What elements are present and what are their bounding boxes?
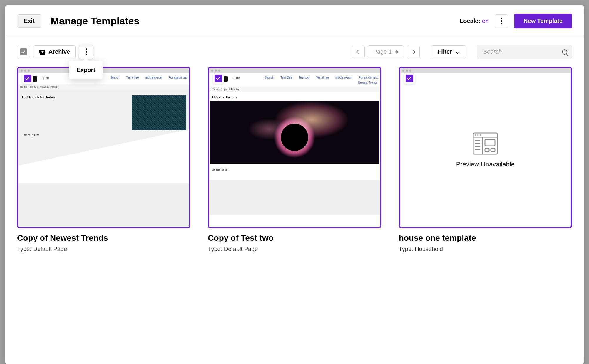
popover-export[interactable]: Export: [74, 67, 97, 73]
locale-value: en: [482, 18, 489, 24]
toolbar: Archive Export Page 1 Filter: [5, 36, 584, 64]
site-breadcrumb: Home » Copy of Test two: [209, 87, 380, 92]
kebab-icon: [86, 48, 87, 55]
site-footer: [209, 180, 380, 215]
browser-chrome-icon: [400, 68, 571, 73]
svg-rect-10: [485, 139, 495, 146]
template-preview[interactable]: ophe Search Test One Test two Test three…: [208, 67, 381, 228]
archive-button[interactable]: Archive: [34, 45, 76, 58]
checkmark-icon: [406, 75, 413, 82]
card-type: Type: Household: [399, 246, 572, 252]
template-card: Preview Unavailable house one template T…: [399, 67, 572, 358]
checkmark-icon: [20, 48, 27, 55]
page-next-button[interactable]: [407, 45, 420, 58]
lorem-text: Lorem Ipsum: [22, 134, 39, 137]
locale-label: Locale:: [460, 18, 482, 24]
card-title: Copy of Test two: [208, 233, 381, 243]
site-nav: Search Test three article export For exp…: [110, 76, 187, 79]
batch-popover: Export: [69, 61, 103, 79]
exit-button[interactable]: Exit: [17, 14, 41, 28]
kebab-icon: [501, 18, 502, 24]
svg-rect-11: [485, 148, 489, 152]
card-checkbox[interactable]: [404, 73, 415, 84]
site-nav-link: Test three: [126, 76, 139, 79]
site-footer: [18, 183, 189, 228]
batch-more-button[interactable]: [79, 45, 93, 59]
site-brand: ophe: [232, 76, 240, 80]
checkmark-icon: [24, 75, 31, 82]
site-nav-link: Newest Trends: [358, 81, 378, 84]
template-preview[interactable]: Preview Unavailable: [399, 67, 572, 228]
templates-grid: ophe Search Test three article export Fo…: [5, 64, 584, 364]
card-checkbox[interactable]: [213, 73, 224, 84]
site-breadcrumb: Home » Copy of Newest Trends: [18, 84, 189, 90]
archive-icon: [39, 49, 46, 55]
hero-image: [132, 95, 186, 130]
new-template-button[interactable]: New Template: [514, 14, 572, 28]
card-title: house one template: [399, 233, 572, 243]
template-card: ophe Search Test One Test two Test three…: [208, 67, 381, 358]
svg-point-3: [477, 134, 478, 136]
locale-indicator[interactable]: Locale: en: [460, 18, 489, 24]
page-prev-button[interactable]: [352, 45, 365, 58]
card-title: Copy of Newest Trends: [17, 233, 190, 243]
topbar: Exit Manage Templates Locale: en New Tem…: [5, 5, 584, 36]
svg-rect-12: [491, 148, 495, 152]
browser-chrome-icon: [18, 68, 189, 73]
site-nav-link: Test two: [299, 76, 309, 79]
site-nav-link: For export test: [359, 76, 377, 79]
preview-unavailable-icon: [472, 132, 498, 155]
filter-button[interactable]: Filter: [431, 45, 466, 58]
hero-image: [210, 101, 379, 164]
chevron-right-icon: [411, 50, 415, 54]
template-preview[interactable]: ophe Search Test three article export Fo…: [17, 67, 190, 228]
site-nav-link: For export tes: [169, 76, 187, 79]
svg-point-2: [475, 134, 476, 136]
svg-point-4: [480, 134, 481, 136]
site-nav-link: article export: [335, 76, 352, 79]
site-heading: AI Space Images: [209, 92, 380, 99]
search-icon: [562, 49, 567, 55]
template-card: ophe Search Test three article export Fo…: [17, 67, 190, 358]
site-brand: ophe: [42, 76, 49, 80]
filter-label: Filter: [438, 48, 452, 55]
chevron-down-icon: [456, 50, 460, 54]
archive-label: Archive: [48, 48, 70, 55]
chevron-left-icon: [356, 50, 360, 54]
header-more-button[interactable]: [495, 14, 508, 28]
page-label: Page 1: [373, 48, 392, 55]
select-all-checkbox[interactable]: [17, 45, 30, 58]
page-title: Manage Templates: [51, 15, 140, 27]
search-input[interactable]: [477, 45, 572, 59]
site-nav-link: article export: [145, 76, 162, 79]
site-nav-link: Search: [110, 76, 120, 79]
checkmark-icon: [215, 75, 222, 82]
preview-unavailable-text: Preview Unavailable: [456, 161, 515, 168]
site-nav-link: Test One: [280, 76, 292, 79]
site-nav-link: Test three: [316, 76, 329, 79]
card-checkbox[interactable]: [22, 73, 33, 84]
site-nav: Search Test One Test two Test three arti…: [243, 76, 378, 84]
site-nav-link: Search: [265, 76, 274, 79]
card-type: Type: Default Page: [208, 246, 381, 252]
lorem-text: Lorem Ipsum: [209, 164, 380, 180]
card-type: Type: Default Page: [17, 246, 190, 252]
browser-chrome-icon: [209, 68, 380, 73]
sort-icon: [395, 50, 398, 54]
page-selector[interactable]: Page 1: [368, 45, 404, 58]
